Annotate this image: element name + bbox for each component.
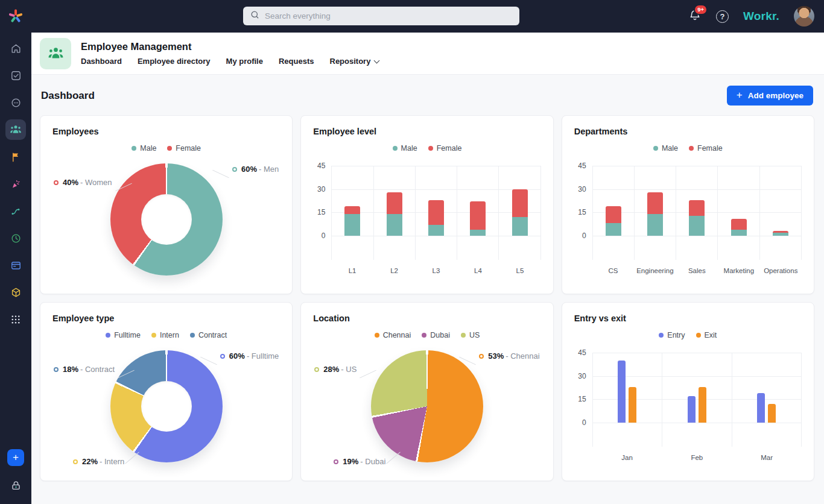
- callout-marker-icon: [73, 459, 78, 464]
- sidebar-item-journey[interactable]: [5, 201, 26, 221]
- location-pie-chart: 53% - Chennai28% - US19% - Dubai: [313, 344, 540, 468]
- callout-marker-icon: [334, 459, 338, 464]
- bar-group: [374, 192, 415, 236]
- card-icon: [10, 260, 22, 271]
- employee-type-card: Employee type FulltimeInternContract 60%…: [40, 302, 293, 481]
- tab-repository[interactable]: Repository: [330, 57, 379, 66]
- co-value: 40%: [63, 178, 78, 187]
- sidebar-item-tasks[interactable]: [5, 65, 26, 86]
- bar: [606, 206, 621, 236]
- y-tick: 45: [578, 162, 586, 170]
- sidebar-item-assets[interactable]: [5, 282, 26, 303]
- help-button[interactable]: ?: [716, 10, 729, 23]
- plot: [331, 166, 540, 260]
- co-value: 19%: [343, 457, 358, 466]
- x-label: CS: [592, 267, 634, 274]
- bc-right: CSEngineeringSalesMarketingOperations: [592, 166, 802, 274]
- chart-callout: 18% - Contract: [54, 365, 115, 374]
- col: [676, 166, 718, 260]
- legend-item: Male: [653, 144, 678, 153]
- tab-dashboard[interactable]: Dashboard: [81, 57, 122, 66]
- bar: [689, 200, 705, 236]
- legend-dot-icon: [461, 333, 466, 338]
- col: [499, 166, 540, 260]
- box-icon: [10, 287, 22, 298]
- co-line: [125, 452, 139, 464]
- legend-item: Male: [393, 144, 417, 153]
- tasks-icon: [10, 70, 22, 81]
- card-title: Departments: [574, 127, 802, 136]
- chart-callout: 53% - Chennai: [479, 351, 539, 361]
- module-tabs: Dashboard Employee directory My profile …: [81, 57, 379, 66]
- tab-requests[interactable]: Requests: [279, 57, 314, 66]
- x-label: L5: [499, 267, 540, 274]
- page-header: Employee Management Dashboard Employee d…: [31, 33, 824, 75]
- cols: [593, 166, 802, 260]
- legend-item: Chennai: [375, 331, 411, 339]
- co-label: - Fulltime: [247, 351, 279, 361]
- brand-logo: Workr.: [743, 10, 779, 23]
- legend-dot-icon: [653, 146, 658, 151]
- employee-type-donut-chart: 60% - Fulltime18% - Contract22% - Intern: [52, 344, 280, 468]
- y-tick: 0: [582, 418, 586, 427]
- x-label: Sales: [676, 267, 718, 274]
- bar-group: [635, 192, 676, 236]
- card-title: Employee type: [52, 313, 280, 323]
- seg: [731, 219, 747, 230]
- bar: [428, 200, 444, 236]
- x-labels: JanFebMar: [592, 454, 802, 461]
- co-value: 60%: [229, 351, 245, 361]
- sidebar-item-messages[interactable]: [5, 92, 26, 113]
- bar-group: [457, 201, 498, 236]
- global-search[interactable]: [243, 7, 519, 25]
- sidebar-add-button[interactable]: +: [7, 449, 24, 466]
- sidebar-item-employees[interactable]: [5, 119, 26, 140]
- x-label: Feb: [662, 454, 732, 461]
- user-avatar[interactable]: [794, 6, 814, 27]
- add-employee-button[interactable]: + Add employee: [727, 86, 813, 106]
- legend-item: Fulltime: [106, 331, 141, 339]
- bar-group: [760, 231, 801, 236]
- seg: [647, 214, 663, 236]
- app-logo-icon[interactable]: [7, 8, 24, 25]
- sidebar-item-payroll[interactable]: [5, 255, 26, 276]
- sidebar-bottom: +: [5, 449, 26, 496]
- cols: [593, 353, 802, 447]
- notifications-button[interactable]: 9+: [688, 8, 702, 24]
- chart-callout: 60% - Men: [232, 165, 279, 174]
- sidebar-item-security[interactable]: [5, 475, 26, 496]
- tab-employee-directory[interactable]: Employee directory: [138, 57, 211, 66]
- pie: [371, 350, 483, 462]
- x-labels: L1L2L3L4L5: [331, 267, 540, 274]
- seg: [689, 200, 705, 216]
- bar: [647, 192, 663, 236]
- card-title: Location: [313, 313, 540, 323]
- bar-group: [732, 393, 801, 423]
- cols: [332, 166, 540, 260]
- sidebar-item-flag[interactable]: [5, 146, 26, 167]
- sidebar-item-apps[interactable]: [5, 309, 26, 330]
- plot: [592, 353, 802, 447]
- chart-legend: MaleFemale: [313, 144, 540, 153]
- seg: [606, 206, 621, 223]
- sidebar-item-celebrations[interactable]: [5, 174, 26, 194]
- seg: [344, 206, 360, 214]
- co-value: 18%: [63, 365, 78, 374]
- x-labels: CSEngineeringSalesMarketingOperations: [592, 267, 802, 274]
- apps-grid-icon: [10, 314, 21, 325]
- col: [593, 166, 635, 260]
- co-label: - Contract: [80, 365, 115, 374]
- sidebar-item-time[interactable]: [5, 228, 26, 248]
- bc-right: L1L2L3L4L5: [331, 166, 540, 274]
- sidebar-item-home[interactable]: [5, 38, 26, 58]
- col: [593, 353, 662, 447]
- tab-my-profile[interactable]: My profile: [226, 57, 263, 66]
- employees-card: Employees MaleFemale 60% - Men40% - Wome…: [40, 115, 293, 294]
- search-input[interactable]: [265, 11, 513, 20]
- bar-group: [676, 200, 717, 236]
- col: [332, 166, 373, 260]
- y-tick: 45: [317, 162, 325, 170]
- location-card: Location ChennaiDubaiUS 53% - Chennai28%…: [300, 302, 553, 481]
- y-tick: 15: [578, 395, 586, 403]
- legend-item: Male: [132, 144, 156, 153]
